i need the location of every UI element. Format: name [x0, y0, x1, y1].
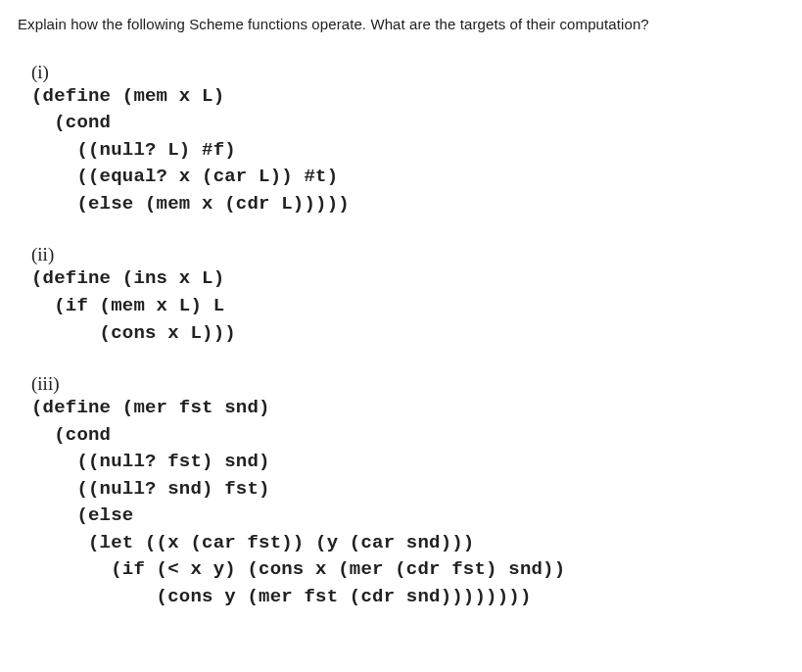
part-1: (i) (define (mem x L) (cond ((null? L) #… — [31, 63, 784, 218]
part-3-code: (define (mer fst snd) (cond ((null? fst)… — [31, 395, 784, 610]
part-2-code: (define (ins x L) (if (mem x L) L (cons … — [31, 265, 784, 347]
part-1-label: (i) — [31, 63, 784, 81]
part-2: (ii) (define (ins x L) (if (mem x L) L (… — [31, 245, 784, 347]
question-prompt: Explain how the following Scheme functio… — [18, 14, 784, 35]
part-1-code: (define (mem x L) (cond ((null? L) #f) (… — [31, 83, 784, 218]
part-3: (iii) (define (mer fst snd) (cond ((null… — [31, 374, 784, 610]
part-2-label: (ii) — [31, 245, 784, 264]
part-3-label: (iii) — [31, 374, 784, 393]
document-page: Explain how the following Scheme functio… — [0, 0, 802, 656]
